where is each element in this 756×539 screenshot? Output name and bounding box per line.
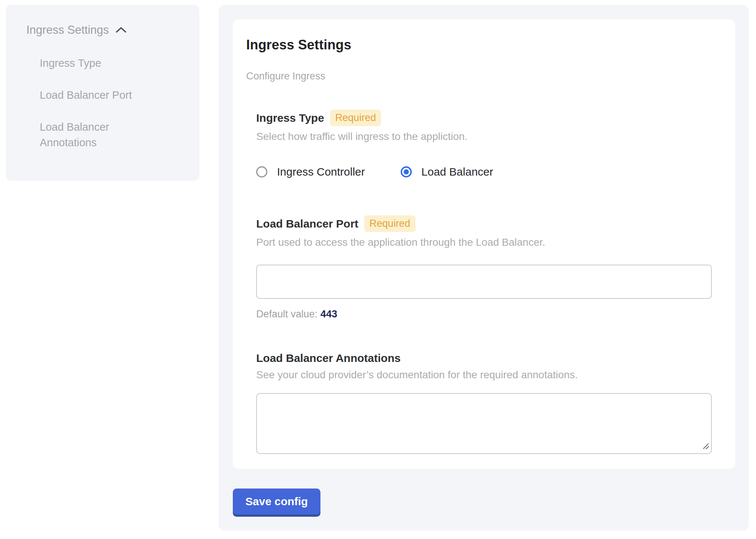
- sidebar-group-ingress-settings[interactable]: Ingress Settings: [26, 23, 185, 37]
- radio-button-load-balancer[interactable]: [401, 166, 412, 177]
- sidebar-item-load-balancer-annotations[interactable]: Load Balancer Annotations: [40, 119, 159, 150]
- required-badge: Required: [330, 110, 381, 126]
- lb-port-heading-row: Load Balancer Port Required: [256, 215, 713, 232]
- default-value-text: Default value:443: [256, 308, 713, 320]
- lb-annotations-description: See your cloud provider’s documentation …: [256, 369, 713, 381]
- save-config-button[interactable]: Save config: [233, 489, 320, 514]
- sidebar-nav: Ingress Type Load Balancer Port Load Bal…: [26, 55, 185, 150]
- radio-label-ingress-controller: Ingress Controller: [277, 166, 365, 178]
- section-ingress-type: Ingress Type Required Select how traffic…: [256, 110, 713, 178]
- settings-sidebar: Ingress Settings Ingress Type Load Balan…: [6, 5, 199, 181]
- page-title: Ingress Settings: [246, 37, 713, 53]
- sidebar-group-label: Ingress Settings: [26, 23, 109, 37]
- ingress-type-description: Select how traffic will ingress to the a…: [256, 131, 713, 143]
- radio-button-ingress-controller[interactable]: [256, 166, 267, 177]
- radio-option-load-balancer[interactable]: Load Balancer: [401, 166, 493, 178]
- sidebar-item-ingress-type[interactable]: Ingress Type: [40, 55, 159, 71]
- default-value-number: 443: [320, 308, 337, 320]
- ingress-settings-card: Ingress Settings Configure Ingress Ingre…: [233, 19, 735, 469]
- ingress-type-heading-row: Ingress Type Required: [256, 110, 713, 126]
- load-balancer-port-input[interactable]: [256, 265, 712, 299]
- ingress-settings-panel: Ingress Settings Configure Ingress Ingre…: [219, 5, 749, 531]
- resize-grip-icon[interactable]: [702, 442, 710, 452]
- lb-annotations-heading: Load Balancer Annotations: [256, 352, 401, 365]
- form-sections: Ingress Type Required Select how traffic…: [256, 110, 713, 454]
- default-value-label: Default value:: [256, 308, 317, 320]
- required-badge: Required: [364, 215, 416, 232]
- load-balancer-annotations-textarea[interactable]: [256, 393, 712, 454]
- sidebar-item-load-balancer-port[interactable]: Load Balancer Port: [40, 87, 159, 103]
- page-subtitle: Configure Ingress: [246, 71, 713, 82]
- chevron-up-icon: [115, 26, 127, 34]
- section-load-balancer-port: Load Balancer Port Required Port used to…: [256, 215, 713, 320]
- ingress-type-heading: Ingress Type: [256, 112, 324, 124]
- ingress-type-radio-group: Ingress Controller Load Balancer: [256, 166, 713, 178]
- section-load-balancer-annotations: Load Balancer Annotations See your cloud…: [256, 352, 713, 454]
- lb-port-heading: Load Balancer Port: [256, 218, 358, 230]
- lb-annotations-heading-row: Load Balancer Annotations: [256, 352, 713, 365]
- radio-label-load-balancer: Load Balancer: [421, 166, 493, 178]
- radio-option-ingress-controller[interactable]: Ingress Controller: [256, 166, 365, 178]
- lb-annotations-textarea-wrap: [256, 393, 712, 454]
- lb-port-description: Port used to access the application thro…: [256, 236, 713, 248]
